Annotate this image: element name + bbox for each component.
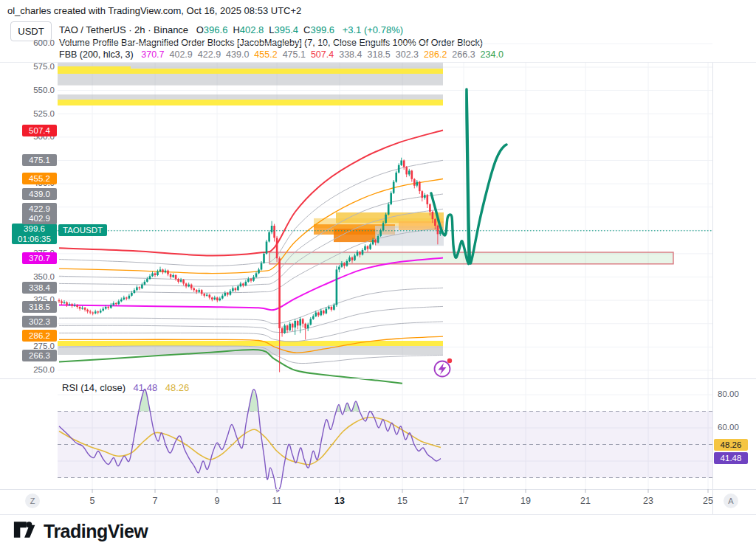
price-axis-label: 525.0 xyxy=(0,109,55,118)
fbb-value: 402.9 xyxy=(170,49,193,60)
fbb-value: 234.0 xyxy=(481,49,504,60)
rsi-title: RSI (14, close) xyxy=(62,382,126,393)
time-axis-label[interactable]: 7 xyxy=(144,496,166,506)
fbb-value: 266.3 xyxy=(452,49,475,60)
price-axis-badge: 286.2 xyxy=(22,330,57,342)
time-axis-label[interactable]: 13 xyxy=(329,496,351,506)
fbb-legend-row[interactable]: FBB (200, hlc3, 3) 370.7402.9422.9439.04… xyxy=(59,49,509,60)
time-axis-label[interactable]: 5 xyxy=(81,496,103,506)
bar-countdown: 01:06:35 xyxy=(12,234,57,244)
ohlc-value: 395.4 xyxy=(275,24,299,35)
price-axis-label: 575.0 xyxy=(0,62,55,71)
symbol-tag: TAOUSDT xyxy=(58,224,107,236)
price-axis-badge: 455.2 xyxy=(22,173,57,184)
rsi-axis-label: 60.00 xyxy=(718,423,739,432)
price-axis-badge: 302.3 xyxy=(22,316,57,328)
rsi-axis-badge: 41.48 xyxy=(714,452,748,464)
flash-drawing-icon xyxy=(435,359,453,377)
chart-canvas[interactable] xyxy=(0,0,756,554)
price-axis-label: 600.0 xyxy=(0,38,55,47)
ohlc-key: H xyxy=(233,24,239,35)
price-axis-label: 550.0 xyxy=(0,86,55,94)
ohlc-key: C xyxy=(303,24,310,35)
current-price-value: 399.6 xyxy=(12,224,57,234)
projection-drawing xyxy=(431,89,506,264)
time-axis-label[interactable]: 21 xyxy=(574,496,597,506)
price-axis-label: 250.0 xyxy=(0,365,55,374)
price-axis-badge: 318.5 xyxy=(22,301,57,313)
fbb-value: 455.2 xyxy=(254,49,277,60)
tradingview-logo-text: TradingView xyxy=(44,521,148,542)
price-change: +3.1 (+0.78%) xyxy=(343,24,403,35)
tradingview-logo-icon xyxy=(13,519,37,544)
price-axis-badge: 475.1 xyxy=(22,154,57,166)
rsi-value: 41.48 xyxy=(134,382,158,393)
candles-series xyxy=(58,158,441,373)
rsi-band xyxy=(58,412,712,478)
indicator-legend-row[interactable]: Volume Profile Bar-Magnified Order Block… xyxy=(59,38,483,48)
rsi-axis-badge: 48.26 xyxy=(714,439,748,451)
fbb-value: 286.2 xyxy=(424,49,447,60)
fbb-values: 370.7402.9422.9439.0455.2475.1507.4338.4… xyxy=(141,49,509,60)
time-axis-label[interactable]: 11 xyxy=(266,496,288,506)
price-axis-label: 350.0 xyxy=(0,272,55,281)
adjust-scale-button[interactable]: A xyxy=(724,494,738,508)
watermark-text: ol_charles created with TradingView.com,… xyxy=(7,5,301,16)
price-axis-badge: 338.4 xyxy=(22,282,57,294)
fbb-value: 302.3 xyxy=(396,49,419,60)
time-axis-label[interactable]: 23 xyxy=(637,496,659,506)
rsi-ma-line xyxy=(59,418,441,465)
fbb-value: 370.7 xyxy=(141,49,164,60)
rsi-legend-row[interactable]: RSI (14, close) 41.48 48.26 xyxy=(62,382,189,393)
fbb-value: 338.4 xyxy=(339,49,362,60)
price-axis-badge: 439.0 xyxy=(22,188,57,200)
fbb-value: 422.9 xyxy=(198,49,221,60)
fbb-band-lines xyxy=(59,131,443,384)
fbb-value: 318.5 xyxy=(367,49,390,60)
time-axis-label[interactable]: 17 xyxy=(453,496,475,506)
ohlc-values: O396.6H402.8L395.4C399.6 xyxy=(196,24,340,35)
fbb-value: 475.1 xyxy=(283,49,306,60)
ohlc-value: 399.6 xyxy=(311,24,335,35)
fbb-title: FBB (200, hlc3, 3) xyxy=(59,49,134,60)
rsi-line xyxy=(59,389,441,491)
fbb-value: 439.0 xyxy=(226,49,249,60)
symbol-legend-row[interactable]: TAO / TetherUS · 2h · Binance O396.6H402… xyxy=(59,24,403,35)
fbb-value: 507.4 xyxy=(311,49,334,60)
rsi-axis-label: 80.00 xyxy=(718,389,739,398)
current-price-badge: 399.6 01:06:35 xyxy=(12,224,57,244)
price-axis-badge: 370.7 xyxy=(22,252,57,264)
rsi-ma-value: 48.26 xyxy=(165,382,190,393)
timezone-button[interactable]: Z xyxy=(25,494,40,508)
ohlc-key: O xyxy=(196,24,204,35)
price-axis-badge: 266.3 xyxy=(22,350,57,361)
time-axis-label[interactable]: 19 xyxy=(515,496,537,506)
ohlc-value: 396.6 xyxy=(204,24,228,35)
order-block-zones xyxy=(58,63,673,355)
time-axis-label[interactable]: 15 xyxy=(391,496,413,506)
price-axis-badge: 507.4 xyxy=(22,125,57,136)
tradingview-logo[interactable]: TradingView xyxy=(13,519,148,544)
ohlc-value: 402.8 xyxy=(240,24,264,35)
price-axis-badge: 402.9 xyxy=(22,212,57,224)
time-axis-label[interactable]: 25 xyxy=(697,496,719,506)
time-axis-label[interactable]: 9 xyxy=(206,496,228,506)
ohlc-key: L xyxy=(269,24,274,35)
symbol-title: TAO / TetherUS · 2h · Binance xyxy=(59,24,188,35)
